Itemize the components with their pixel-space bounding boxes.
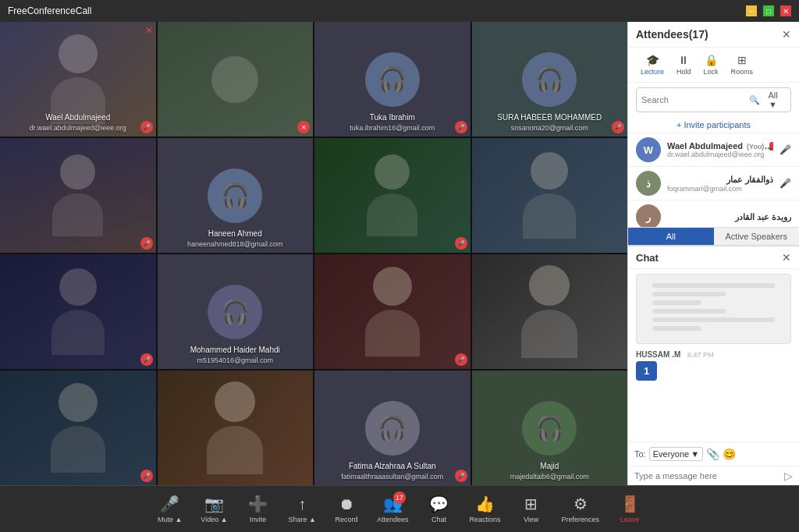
search-icon: 🔍 bbox=[749, 95, 760, 105]
mute-indicator: 🎤 bbox=[612, 121, 624, 133]
lock-button[interactable]: 🔒 Lock bbox=[699, 52, 723, 77]
to-dropdown[interactable]: Everyone ▼ bbox=[649, 447, 703, 461]
video-tile[interactable]: 🎧 Tuka Ibrahimtuka.ibrahim16@gmail.com 🎤 bbox=[314, 22, 471, 137]
video-tile[interactable]: ✕ bbox=[158, 22, 314, 137]
to-value: Everyone bbox=[653, 449, 689, 459]
lecture-button[interactable]: 🎓 Lecture bbox=[636, 52, 669, 77]
chat-to-row: To: Everyone ▼ 📎 😊 bbox=[628, 442, 799, 466]
avatar: ذ bbox=[636, 171, 661, 196]
leave-icon: 🚪 bbox=[620, 495, 640, 513]
app-name: FreeConferenceCall bbox=[8, 5, 91, 16]
video-tile[interactable]: 🎧 SURA HABEEB MOHAMMEDsosanona20@gmail.c… bbox=[472, 22, 628, 137]
title-bar: FreeConferenceCall − □ ✕ bbox=[0, 0, 799, 22]
preferences-button[interactable]: ⚙ Preferences bbox=[554, 491, 608, 527]
attendees-button[interactable]: 👥 17 Attendees bbox=[369, 491, 417, 527]
video-tile[interactable]: 🎤 bbox=[314, 138, 471, 253]
close-chat-button[interactable]: ✕ bbox=[782, 251, 791, 264]
attendee-info: Wael Abdulmajeed (You) Host dr.wael.abdu… bbox=[667, 141, 773, 158]
search-container: 🔍 All ▼ bbox=[636, 87, 791, 112]
record-button[interactable]: ⏺ Record bbox=[327, 492, 366, 527]
share-label: Share ▲ bbox=[289, 516, 316, 523]
hold-icon: ⏸ bbox=[678, 54, 689, 66]
video-tile[interactable]: 🎤 bbox=[314, 254, 471, 369]
reactions-icon: 👍 bbox=[475, 495, 495, 513]
rooms-button[interactable]: ⊞ Rooms bbox=[726, 52, 758, 77]
leave-button[interactable]: 🚪 Leave bbox=[610, 491, 649, 527]
invite-label: Invite bbox=[250, 516, 267, 523]
emoji-button[interactable]: 😊 bbox=[723, 448, 736, 460]
app-body: Wael Abdulmajeeddr.wael.abdulmajeed@ieee… bbox=[0, 22, 799, 485]
video-tile[interactable]: 🎧 Haneen Ahmedhaneenahmed818@gmail.com bbox=[158, 138, 314, 253]
mute-indicator: ✕ bbox=[297, 121, 310, 133]
tab-active-speakers[interactable]: Active Speakers bbox=[714, 228, 800, 245]
video-tile[interactable]: 🎧 Majidmajedaltaib6@gmail.com bbox=[472, 371, 628, 485]
video-tile[interactable]: 🎤 bbox=[0, 138, 156, 253]
mute-indicator: 🎤 bbox=[140, 121, 153, 133]
chat-header: Chat ✕ bbox=[628, 246, 799, 269]
gear-icon: ⚙ bbox=[574, 495, 588, 513]
close-attendees-button[interactable]: ✕ bbox=[782, 28, 791, 41]
video-grid: Wael Abdulmajeeddr.wael.abdulmajeed@ieee… bbox=[0, 22, 627, 485]
chat-input-row: ▷ bbox=[628, 466, 799, 485]
chat-section: Chat ✕ HUSSAM .M 6:47 PM bbox=[628, 246, 799, 485]
video-label: Video ▲ bbox=[201, 516, 227, 523]
attendees-title: Attendees(17) bbox=[636, 28, 708, 41]
mute-indicator: 🎤 bbox=[140, 470, 153, 482]
mute-indicator: 🎤 bbox=[455, 121, 467, 133]
maximize-button[interactable]: □ bbox=[763, 5, 774, 16]
mute-button[interactable]: 🎤 Mute ▲ bbox=[150, 491, 190, 527]
message-time: 6:47 PM bbox=[687, 351, 714, 359]
view-button[interactable]: ⊞ View bbox=[512, 491, 551, 527]
name-tag: Tuka Ibrahimtuka.ibrahim16@gmail.com bbox=[314, 112, 471, 133]
attendee-info: ذوالفقار عمار foqrammari@gmail.com bbox=[667, 175, 773, 193]
chat-icon: 💬 bbox=[429, 495, 449, 513]
mute-indicator: 🎤 bbox=[140, 237, 153, 250]
attendee-name: رويدة عبد القادر bbox=[667, 212, 791, 222]
video-tile[interactable]: 🎧 Mohammed Haider Mahdim51954016@gmail.c… bbox=[158, 254, 314, 369]
attendee-item: ر رويدة عبد القادر bbox=[628, 200, 799, 227]
attach-button[interactable]: 📎 bbox=[706, 448, 719, 460]
send-button[interactable]: ▷ bbox=[784, 470, 793, 482]
record-label: Record bbox=[336, 516, 358, 523]
video-tile[interactable] bbox=[472, 254, 628, 369]
cam-off-indicator: ✕ bbox=[145, 25, 153, 36]
avatar: ر bbox=[636, 204, 661, 227]
chat-message-input[interactable] bbox=[634, 471, 779, 481]
video-button[interactable]: 📷 Video ▲ bbox=[193, 491, 235, 527]
lecture-icon: 🎓 bbox=[646, 54, 659, 66]
attendees-icon-wrap: 👥 17 bbox=[383, 495, 403, 513]
right-panel: Attendees(17) ✕ 🎓 Lecture ⏸ Hold 🔒 Lock … bbox=[627, 22, 799, 485]
rooms-icon: ⊞ bbox=[737, 54, 747, 66]
attendees-toolbar: 🎓 Lecture ⏸ Hold 🔒 Lock ⊞ Rooms bbox=[628, 48, 799, 83]
reactions-button[interactable]: 👍 Reactions bbox=[462, 491, 509, 527]
attendee-list: W Wael Abdulmajeed (You) Host dr.wael.ab… bbox=[628, 133, 799, 227]
video-tile[interactable]: 🎤 bbox=[0, 371, 156, 485]
close-window-button[interactable]: ✕ bbox=[780, 5, 791, 16]
mute-indicator: 🎤 bbox=[140, 353, 153, 366]
chevron-down-icon: ▼ bbox=[691, 449, 699, 459]
you-label: (You) bbox=[747, 143, 764, 151]
hold-button[interactable]: ⏸ Hold bbox=[672, 52, 696, 77]
invite-participants-button[interactable]: + Invite participants bbox=[628, 117, 799, 133]
invite-icon: ➕ bbox=[248, 495, 268, 513]
video-tile[interactable]: Wael Abdulmajeeddr.wael.abdulmajeed@ieee… bbox=[0, 22, 156, 137]
to-label: To: bbox=[634, 449, 646, 459]
chat-message-bubble: 1 bbox=[636, 361, 657, 381]
name-tag: Wael Abdulmajeeddr.wael.abdulmajeed@ieee… bbox=[0, 112, 156, 133]
chat-image-preview bbox=[636, 274, 791, 344]
attendees-badge: 17 bbox=[393, 491, 406, 504]
share-button[interactable]: ↑ Share ▲ bbox=[281, 492, 324, 527]
record-icon: ⏺ bbox=[339, 495, 354, 513]
chat-button[interactable]: 💬 Chat bbox=[420, 491, 459, 527]
minimize-button[interactable]: − bbox=[746, 5, 757, 16]
camera-icon: 📷 bbox=[204, 495, 224, 513]
video-tile[interactable] bbox=[158, 371, 314, 485]
video-tile[interactable] bbox=[472, 138, 628, 253]
chat-title: Chat bbox=[636, 252, 659, 264]
tab-all[interactable]: All bbox=[628, 228, 714, 245]
invite-button[interactable]: ➕ Invite bbox=[239, 491, 278, 527]
video-tile[interactable]: 🎧 Fatima Alzahraa A Sultanfatimaalthraaa… bbox=[314, 371, 471, 485]
video-tile[interactable]: 🎤 bbox=[0, 254, 156, 369]
search-input[interactable] bbox=[641, 95, 749, 105]
all-filter-button[interactable]: All ▼ bbox=[760, 90, 786, 109]
